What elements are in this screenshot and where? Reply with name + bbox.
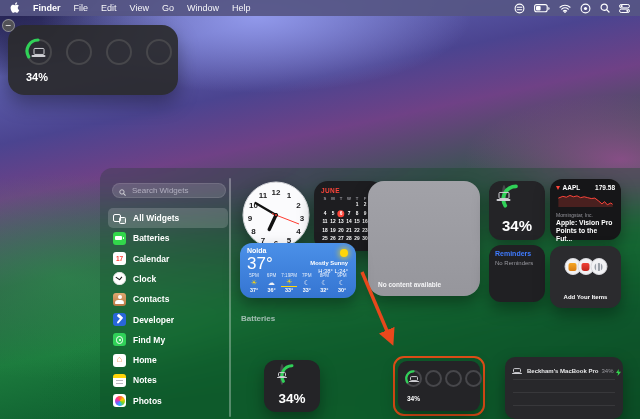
battery-medium-widget[interactable]: 34% <box>398 361 480 411</box>
calendar-day <box>329 201 337 210</box>
battery-ring-empty <box>445 370 462 387</box>
hour-label: 8PM <box>316 273 332 278</box>
section-title-batteries: Batteries <box>241 314 275 323</box>
empty-content-widget[interactable]: No content available <box>368 181 480 296</box>
weather-hour-column: 6PM☁36° <box>264 273 280 293</box>
calendar-day: 13 <box>337 218 345 227</box>
wifi-icon[interactable] <box>559 4 571 13</box>
battery-ring-macbook <box>502 185 506 206</box>
sidebar-scrollbar[interactable] <box>229 178 231 417</box>
sidebar-item-label: Contacts <box>133 294 169 304</box>
laptop-icon <box>499 191 510 198</box>
sidebar-item-all-widgets[interactable]: All Widgets <box>108 208 228 228</box>
device-name: Beckham's MacBook Pro <box>527 368 598 374</box>
battery-ring-empty <box>146 39 172 65</box>
active-app-name[interactable]: Finder <box>33 3 61 13</box>
weather-hour-column: 8PM☾32° <box>316 273 332 293</box>
battery-ring-empty <box>425 370 442 387</box>
svg-text:3: 3 <box>300 214 305 223</box>
svg-text:1: 1 <box>287 191 292 200</box>
batteries-icon <box>113 232 126 245</box>
menu-bar: Finder File Edit View Go Window Help <box>0 0 640 16</box>
all-widgets-icon <box>113 212 126 225</box>
reminders-widget[interactable]: Reminders No Reminders <box>489 245 545 302</box>
calendar-day <box>345 201 353 210</box>
sidebar-item-contacts[interactable]: Contacts <box>108 289 228 309</box>
battery-percent-label: 34% <box>26 71 48 83</box>
weather-hour-column: 5PM☀37° <box>246 273 262 293</box>
hour-temp: 30° <box>334 287 350 293</box>
sidebar-item-home[interactable]: Home <box>108 350 228 370</box>
widget-search-field[interactable] <box>112 183 226 198</box>
weather-hour-column: 7:19PM☀33° <box>281 273 297 293</box>
battery-list-widget[interactable]: Beckham's MacBook Pro 34% <box>505 357 623 419</box>
calendar-day: 7 <box>345 210 353 219</box>
hour-label: 6PM <box>264 273 280 278</box>
menu-help[interactable]: Help <box>232 3 251 13</box>
hour-label: 7PM <box>299 273 315 278</box>
battery-ring-macbook <box>280 364 284 385</box>
sidebar-item-photos[interactable]: Photos <box>108 391 228 411</box>
battery-circular-widget[interactable]: 34% <box>489 181 545 240</box>
search-icon <box>119 182 126 200</box>
apple-menu-icon[interactable] <box>10 2 20 15</box>
battery-status-icon[interactable] <box>534 4 550 13</box>
sidebar-item-batteries[interactable]: Batteries <box>108 228 228 248</box>
menu-file[interactable]: File <box>74 3 89 13</box>
control-center-icon[interactable] <box>619 4 630 13</box>
sidebar-item-label: Calendar <box>133 254 169 264</box>
home-icon <box>113 354 126 367</box>
sidebar-item-developer[interactable]: Developer <box>108 310 228 330</box>
sidebar-item-calendar[interactable]: Calendar <box>108 249 228 269</box>
sidebar-item-label: Notes <box>133 375 157 385</box>
sidebar-item-find-my[interactable]: Find My <box>108 330 228 350</box>
spotlight-search-icon[interactable] <box>600 3 610 13</box>
photos-icon <box>113 394 126 407</box>
svg-text:8: 8 <box>251 227 256 236</box>
svg-text:10: 10 <box>249 201 258 210</box>
hour-label: 5PM <box>246 273 262 278</box>
calendar-day: 5 <box>329 210 337 219</box>
reminders-empty-message: No Reminders <box>495 260 539 266</box>
calendar-day: 11 <box>321 218 329 227</box>
empty-content-message: No content available <box>378 281 441 288</box>
clock-icon <box>113 272 126 285</box>
battery-percent-label: 34% <box>407 395 420 402</box>
calendar-day: 12 <box>329 218 337 227</box>
clock-widget[interactable]: 1212 345 678 91011 <box>242 181 310 249</box>
menu-go[interactable]: Go <box>162 3 174 13</box>
widget-remove-button[interactable]: − <box>2 19 15 32</box>
battery-small-widget[interactable]: 34% <box>264 360 320 412</box>
menu-status-icon[interactable] <box>514 3 525 14</box>
sidebar-item-label: All Widgets <box>133 213 179 223</box>
svg-text:12: 12 <box>272 188 281 197</box>
calendar-day: 19 <box>329 227 337 236</box>
battery-ring-empty <box>106 39 132 65</box>
sun-icon <box>340 249 348 257</box>
sidebar-item-clock[interactable]: Clock <box>108 269 228 289</box>
calendar-day <box>337 201 345 210</box>
menu-window[interactable]: Window <box>187 3 219 13</box>
contacts-icon <box>113 293 126 306</box>
screen-record-status-icon[interactable] <box>580 3 591 14</box>
search-input[interactable] <box>130 185 219 196</box>
battery-ring-macbook <box>26 39 52 65</box>
weather-hourly-row: 5PM☀37°6PM☁36°7:19PM☀33°7PM☾33°8PM☾32°9P… <box>246 273 350 293</box>
menu-edit[interactable]: Edit <box>101 3 117 13</box>
calendar-icon <box>113 252 126 265</box>
laptop-icon <box>34 48 45 55</box>
sidebar-item-label: Photos <box>133 396 162 406</box>
stock-down-arrow-icon <box>556 186 560 190</box>
calendar-day <box>321 201 329 210</box>
calendar-day: 8 <box>353 210 361 219</box>
sidebar-item-notes[interactable]: Notes <box>108 370 228 390</box>
stocks-widget[interactable]: AAPL 179.58 Morningstar, Inc. Apple: Vis… <box>550 179 621 240</box>
weather-hour-column: 9PM☾30° <box>334 273 350 293</box>
add-items-widget[interactable]: Add Your Items <box>550 246 621 308</box>
moon-icon: ☾ <box>316 278 332 287</box>
desktop-batteries-widget[interactable]: 34% <box>8 25 178 95</box>
weather-widget[interactable]: Noida 37° Mostly Sunny H:38° L:24° 5PM☀3… <box>240 243 356 298</box>
calendar-day: 29 <box>353 235 361 244</box>
menu-view[interactable]: View <box>130 3 149 13</box>
calendar-selected-day: 6 <box>337 210 345 219</box>
